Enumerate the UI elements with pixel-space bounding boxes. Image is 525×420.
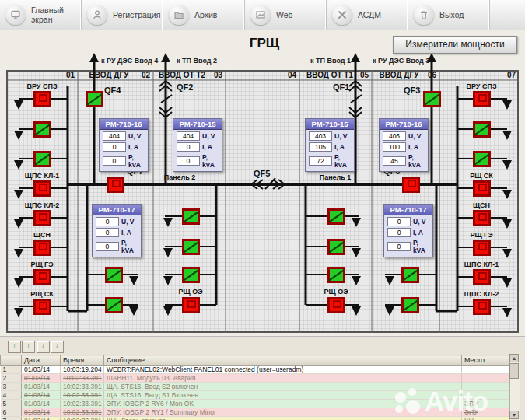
power-value: 45	[383, 156, 406, 166]
feeder-breaker	[33, 91, 51, 107]
log-row[interactable]: 7 01/03/14 10:02:33.391 ЩА. Дверь открыт…	[1, 417, 510, 420]
asdm-button[interactable]: АСДМ	[327, 0, 408, 30]
log-row[interactable]: 5 01/03/14 10:02:33.391 ЭПУ. IOBGP 2 RY6…	[1, 400, 510, 408]
voltage-unit: U, V	[121, 218, 135, 226]
log-row[interactable]: 1 01/03/14 10:03:19.204 WEBRT:PANEL02:We…	[1, 366, 510, 374]
feeder-breaker	[473, 180, 491, 197]
feeder-breaker	[182, 267, 200, 283]
breaker-qf3[interactable]	[423, 91, 441, 107]
section-title: ВВОД ДГУ	[81, 71, 137, 79]
archive-label: Архив	[194, 10, 217, 19]
exit-button[interactable]: Выход	[408, 0, 490, 30]
event-log-table: Дата Время Сообщение Место 1 01/03/14 10…	[0, 355, 510, 420]
power-meters-button[interactable]: Измерители мощности	[393, 36, 517, 54]
feeder-label: РЩ ГЭ	[454, 231, 509, 239]
main-toolbar: Главный экран Регистрация Архив Web АСДМ	[0, 0, 525, 30]
prev-event-button[interactable]: ↑	[22, 341, 35, 353]
main-screen-button[interactable]: Главный экран	[0, 0, 82, 30]
meter-title: PM-710-17	[384, 205, 432, 215]
breaker-qf6[interactable]	[402, 177, 420, 193]
current-unit: I, A	[334, 143, 345, 151]
feeder-breaker	[182, 239, 200, 255]
user-icon	[87, 5, 107, 25]
current-value: 100	[383, 142, 406, 152]
tools-icon	[332, 5, 352, 25]
breaker-label: QF5	[254, 169, 270, 178]
scrollbar-thumb[interactable]	[509, 363, 519, 379]
log-row[interactable]: 2 01/03/14 10:02:33.391 ШАВН11. Модуль 0…	[1, 374, 510, 383]
breaker-qf4[interactable]	[86, 91, 103, 107]
feeder-breaker	[105, 297, 123, 313]
feeder-label: РЩ СК	[15, 290, 69, 298]
scroll-up-button[interactable]: ▲	[509, 354, 519, 362]
scroll-down-button[interactable]: ▼	[509, 411, 519, 419]
feeder-label: РЩ СК	[454, 172, 509, 180]
power-unit: P, kVA	[334, 153, 354, 169]
current-value: 0	[387, 228, 411, 237]
power-meter: PM-710-15 403U, V 105I, A 72P, kVA	[305, 118, 355, 172]
voltage-unit: U, V	[202, 132, 215, 140]
power-value: 72	[309, 156, 332, 166]
log-row[interactable]: 6 01/03/14 10:02:33.391 ЭПУ. IOBGP 2 RY1…	[1, 408, 510, 417]
feeder-breaker	[473, 151, 491, 167]
meter-title: PM-710-15	[306, 119, 354, 130]
feeder-breaker	[401, 267, 419, 283]
breaker-label: QF2	[177, 82, 193, 92]
log-header-date: Дата	[22, 355, 61, 366]
current-value: 0	[177, 142, 200, 152]
feeder-label: ВРУ СПЗ	[454, 82, 509, 90]
feeder-breaker	[473, 299, 491, 315]
voltage-value: 406	[383, 131, 406, 141]
scada-window: Главный экран Регистрация Архив Web АСДМ	[0, 0, 525, 420]
section-number: 01	[61, 71, 75, 79]
web-label: Web	[276, 10, 292, 19]
voltage-unit: U, V	[128, 132, 142, 140]
meter-title: PM-710-17	[93, 205, 141, 215]
next-event-button[interactable]: ↓	[37, 341, 50, 353]
feeder-breaker	[33, 240, 51, 256]
feeder-label: ЩПС КЛ-1	[454, 261, 509, 268]
section-number: 06	[422, 71, 436, 79]
panel2-label: Панель 2	[156, 173, 203, 181]
feeder-label: ЩПС КЛ-1	[15, 172, 69, 180]
web-button[interactable]: Web	[245, 0, 327, 30]
current-unit: I, A	[128, 143, 138, 151]
feeder-breaker	[473, 269, 491, 285]
last-event-button[interactable]: ↓	[51, 341, 64, 353]
feeder-label: ЩСН	[454, 201, 509, 209]
top-feeder-label: к РУ ДЭС Ввод 3	[373, 57, 429, 65]
feeder-breaker	[473, 91, 491, 107]
feeder-label: ЩСН	[15, 231, 69, 239]
power-meter: PM-710-17 0U, V 0I, A 0P, kVA	[383, 204, 433, 257]
log-header-row: Дата Время Сообщение Место	[1, 355, 510, 366]
feeder-label: ЩПС КЛ-2	[454, 290, 509, 298]
main-screen-label: Главный экран	[31, 5, 81, 24]
breaker-qf7[interactable]	[107, 177, 124, 193]
current-value: 105	[309, 142, 332, 152]
current-value: 0	[96, 228, 119, 237]
section-number: 07	[502, 71, 516, 79]
current-unit: I, A	[413, 229, 423, 236]
power-unit: P, kVA	[202, 153, 222, 169]
power-unit: P, kVA	[121, 239, 141, 254]
feeder-breaker	[33, 269, 51, 285]
feeder-breaker	[473, 240, 491, 256]
feeder-breaker	[327, 297, 345, 313]
first-event-button[interactable]: ↑	[8, 341, 21, 353]
log-row[interactable]: 3 01/03/14 10:02:33.391 ЩА. STS16. Ввод …	[1, 383, 510, 391]
power-unit: P, kVA	[413, 239, 432, 254]
feeder-breaker	[473, 210, 491, 226]
section-title: ВВОД ОТ Т2	[156, 71, 208, 79]
top-feeder-label: к РУ ДЭС Ввод 4	[101, 57, 158, 65]
current-value: 0	[103, 142, 126, 152]
current-unit: I, A	[408, 143, 418, 151]
feeder-breaker	[327, 267, 345, 283]
top-feeder-label: к ТП Ввод 1	[310, 57, 351, 65]
section-title: ВВОД ОТ Т1	[305, 71, 355, 79]
log-row[interactable]: 4 01/03/14 10:02:33.391 ЩА. STS16. Ввод …	[1, 391, 510, 400]
archive-button[interactable]: Архив	[163, 0, 245, 30]
feeder-breaker	[33, 121, 51, 138]
feeder-breaker	[401, 297, 419, 313]
feeder-breaker	[33, 180, 51, 197]
registration-button[interactable]: Регистрация	[82, 0, 163, 30]
